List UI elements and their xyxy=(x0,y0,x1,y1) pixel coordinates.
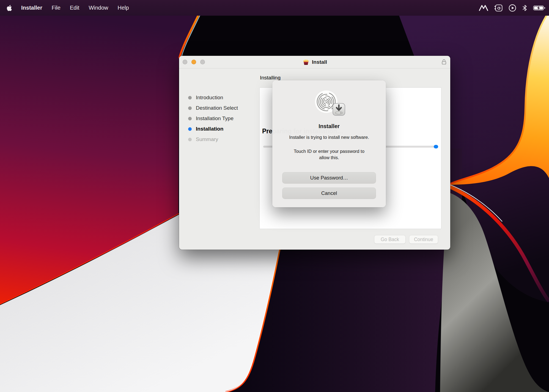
step-label: Introduction xyxy=(196,95,223,101)
step-installation-type: Installation Type xyxy=(188,113,238,124)
install-steps-sidebar: Introduction Destination Select Installa… xyxy=(188,92,238,145)
step-label: Summary xyxy=(196,136,218,142)
zoom-button[interactable] xyxy=(200,60,205,64)
step-label: Destination Select xyxy=(196,105,238,111)
step-bullet xyxy=(188,138,192,141)
notebook-icon[interactable] xyxy=(494,4,503,12)
window-title: Install xyxy=(312,59,327,65)
menu-help[interactable]: Help xyxy=(118,5,129,11)
dialog-prompt-line1: Touch ID or enter your password to xyxy=(272,148,386,154)
bluetooth-icon[interactable] xyxy=(522,4,528,12)
step-bullet xyxy=(188,117,192,120)
step-bullet xyxy=(188,96,192,100)
installer-package-icon xyxy=(302,58,310,66)
close-button[interactable] xyxy=(183,60,187,64)
battery-charging-icon[interactable] xyxy=(533,5,546,11)
desktop: Installer File Edit Window Help xyxy=(0,0,549,392)
step-bullet-active xyxy=(188,127,192,131)
menu-app-name[interactable]: Installer xyxy=(21,5,42,11)
use-password-button[interactable]: Use Password… xyxy=(282,172,376,184)
menu-window[interactable]: Window xyxy=(89,5,108,11)
touch-id-dialog: Installer Installer is trying to install… xyxy=(272,80,386,207)
menu-bar: Installer File Edit Window Help xyxy=(0,0,549,16)
apple-menu[interactable] xyxy=(7,5,12,11)
menu-edit[interactable]: Edit xyxy=(70,5,79,11)
menu-file[interactable]: File xyxy=(52,5,61,11)
installing-label: Installing xyxy=(260,75,281,81)
dialog-prompt: Touch ID or enter your password to allow… xyxy=(272,148,386,161)
m-logo-icon[interactable] xyxy=(479,5,488,11)
dialog-message: Installer is trying to install new softw… xyxy=(272,135,386,140)
step-introduction: Introduction xyxy=(188,92,238,103)
progress-bar-indicator xyxy=(434,145,438,148)
apple-icon xyxy=(7,5,12,11)
lock-icon xyxy=(441,59,447,66)
go-back-button[interactable]: Go Back xyxy=(374,235,405,244)
installer-download-badge-icon xyxy=(332,103,345,117)
window-titlebar[interactable]: Install xyxy=(179,56,450,68)
cancel-button[interactable]: Cancel xyxy=(282,187,376,199)
play-icon[interactable] xyxy=(508,4,517,12)
dialog-app-name: Installer xyxy=(272,123,386,129)
step-bullet xyxy=(188,106,192,110)
continue-button[interactable]: Continue xyxy=(409,235,438,244)
step-label: Installation xyxy=(196,126,223,132)
step-summary: Summary xyxy=(188,134,238,145)
step-installation-current: Installation xyxy=(188,124,238,134)
step-label: Installation Type xyxy=(196,115,234,122)
dialog-prompt-line2: allow this. xyxy=(272,154,386,161)
minimize-button[interactable] xyxy=(191,60,196,64)
menu-status-area xyxy=(479,4,546,12)
traffic-lights xyxy=(183,60,205,64)
step-destination-select: Destination Select xyxy=(188,103,238,113)
